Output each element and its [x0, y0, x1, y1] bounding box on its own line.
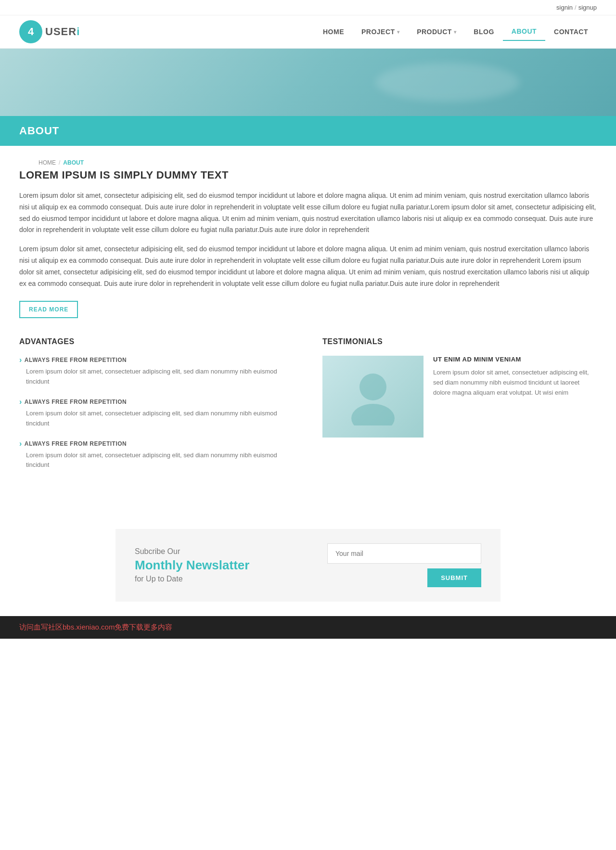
- advantage-title-3: ALWAYS FREE FROM REPETITION: [19, 439, 294, 448]
- main-content: HOME / ABOUT LOREM IPSUM IS SIMPLY DUMMY…: [0, 146, 616, 500]
- newsletter-left: Subcribe Our Monthly Newslatter for Up t…: [135, 547, 308, 583]
- svg-point-0: [359, 373, 386, 400]
- testimonials-heading: TESTIMONIALS: [322, 337, 597, 346]
- advantage-title-2: ALWAYS FREE FROM REPETITION: [19, 398, 294, 406]
- testimonial-quote-title: UT ENIM AD MINIM VENIAM: [433, 356, 597, 363]
- body-text-1: Lorem ipsum dolor sit amet, consectetur …: [19, 190, 597, 236]
- breadcrumb: HOME / ABOUT: [19, 151, 597, 169]
- testimonials-section: TESTIMONIALS UT ENIM AD MINIM VENIAM Lor…: [322, 337, 597, 481]
- newsletter-title: Monthly Newslatter: [135, 558, 308, 573]
- nav-product[interactable]: PRODUCT ▾: [408, 23, 465, 40]
- footer-watermark: 访问血写社区bbs.xieniao.com免费下载更多内容: [0, 616, 616, 639]
- testimonial-item: UT ENIM AD MINIM VENIAM Lorem ipsum dolo…: [322, 356, 597, 438]
- breadcrumb-home[interactable]: HOME: [38, 159, 56, 166]
- nav-about[interactable]: ABOUT: [503, 23, 545, 41]
- advantages-heading: ADVANTAGES: [19, 337, 294, 346]
- two-col-section: ADVANTAGES ALWAYS FREE FROM REPETITION L…: [19, 337, 597, 481]
- advantage-text-1: Lorem ipsum dolor sit amet, consectetuer…: [19, 367, 294, 387]
- newsletter-email-input[interactable]: [327, 543, 481, 564]
- logo-icon: 4: [19, 20, 42, 43]
- main-section-title: LOREM IPSUM IS SIMPLY DUMMY TEXT: [19, 169, 597, 181]
- advantage-text-2: Lorem ipsum dolor sit amet, consectetuer…: [19, 409, 294, 429]
- advantages-section: ADVANTAGES ALWAYS FREE FROM REPETITION L…: [19, 337, 294, 481]
- signup-link[interactable]: signup: [578, 4, 597, 11]
- topbar-separator: /: [575, 4, 577, 11]
- newsletter-subtitle: for Up to Date: [135, 575, 308, 583]
- newsletter-subcribe-label: Subcribe Our: [135, 547, 308, 556]
- testimonial-quote-text: Lorem ipsum dolor sit amet, consectetuer…: [433, 368, 597, 398]
- advantage-text-3: Lorem ipsum dolor sit amet, consectetuer…: [19, 451, 294, 471]
- advantage-title-1: ALWAYS FREE FROM REPETITION: [19, 356, 294, 364]
- advantage-item-3: ALWAYS FREE FROM REPETITION Lorem ipsum …: [19, 439, 294, 471]
- body-text-2: Lorem ipsum dolor sit amet, consectetur …: [19, 244, 597, 289]
- svg-point-1: [351, 404, 395, 425]
- about-bar: ABOUT: [0, 116, 616, 146]
- chevron-down-icon: ▾: [454, 29, 457, 35]
- nav-project[interactable]: PROJECT ▾: [353, 23, 408, 40]
- signin-link[interactable]: signin: [556, 4, 573, 11]
- main-nav: HOME PROJECT ▾ PRODUCT ▾ BLOG ABOUT CONT…: [314, 23, 597, 41]
- main-header: 4 USERi HOME PROJECT ▾ PRODUCT ▾ BLOG AB…: [0, 15, 616, 49]
- advantage-item-2: ALWAYS FREE FROM REPETITION Lorem ipsum …: [19, 398, 294, 429]
- newsletter-section: Subcribe Our Monthly Newslatter for Up t…: [116, 529, 500, 602]
- newsletter-right: SUBMIT: [308, 543, 481, 587]
- logo[interactable]: 4 USERi: [19, 20, 80, 43]
- testimonial-image: [322, 356, 424, 438]
- breadcrumb-current: ABOUT: [63, 159, 84, 166]
- testimonial-text-block: UT ENIM AD MINIM VENIAM Lorem ipsum dolo…: [433, 356, 597, 398]
- nav-home[interactable]: HOME: [314, 23, 353, 40]
- logo-text: USERi: [45, 26, 80, 38]
- watermark-link[interactable]: 访问血写社区bbs.xieniao.com免费下载更多内容: [19, 623, 172, 631]
- top-bar: signin / signup: [0, 0, 616, 15]
- about-heading: ABOUT: [19, 125, 597, 137]
- newsletter-submit-button[interactable]: SUBMIT: [427, 568, 481, 587]
- advantage-item-1: ALWAYS FREE FROM REPETITION Lorem ipsum …: [19, 356, 294, 387]
- chevron-down-icon: ▾: [397, 29, 400, 35]
- nav-blog[interactable]: BLOG: [465, 23, 502, 40]
- breadcrumb-separator: /: [59, 159, 60, 166]
- read-more-button[interactable]: READ MORE: [19, 301, 78, 318]
- nav-contact[interactable]: CONTACT: [545, 23, 597, 40]
- hero-banner: [0, 49, 616, 116]
